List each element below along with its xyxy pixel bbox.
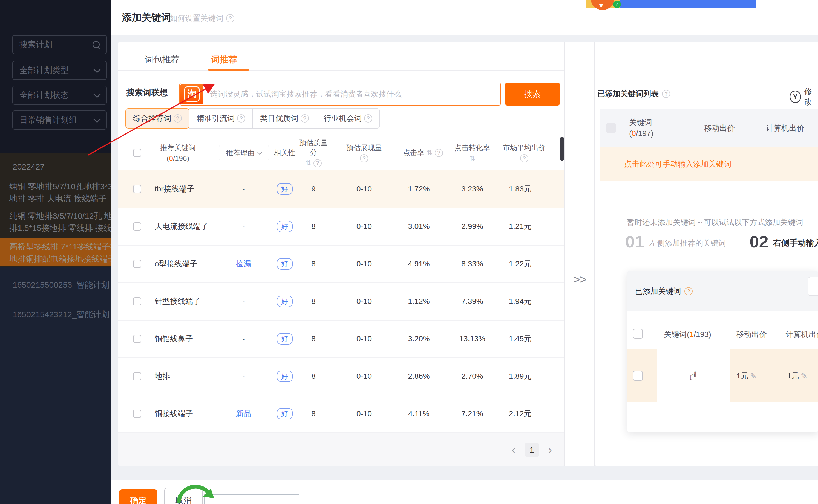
row-quality: 8 — [297, 208, 330, 245]
row-ctr: 4.11% — [400, 395, 438, 432]
sort-icon[interactable]: ⇅ — [305, 159, 311, 167]
row-reason[interactable]: - — [242, 297, 245, 306]
plan-item[interactable]: 纯铜 零地排5/7/10孔地排3*30排 — [9, 180, 111, 193]
tab-word-package[interactable]: 词包推荐 — [144, 54, 179, 66]
relevance-badge: 好 — [277, 183, 293, 195]
pencil-icon[interactable]: ✎ — [750, 371, 757, 381]
confirm-button[interactable]: 确定 — [119, 489, 157, 504]
question-icon[interactable]: ? — [226, 14, 234, 22]
tab-word-recommend[interactable]: 词推荐 — [211, 54, 237, 66]
select-all-checkbox[interactable] — [133, 149, 141, 157]
table-row[interactable]: tbr接线端子 - 好 9 0-10 1.72% 3.23% 1.83元 — [118, 170, 564, 208]
question-icon[interactable]: ? — [364, 114, 372, 123]
row-checkbox[interactable] — [133, 260, 141, 268]
plan-item[interactable]: 2022427 — [13, 161, 111, 173]
collapse-expander[interactable]: >> — [565, 273, 594, 286]
row-checkbox[interactable] — [133, 335, 141, 343]
row-checkbox[interactable] — [133, 185, 141, 193]
row-checkbox[interactable] — [133, 222, 141, 231]
row-checkbox[interactable] — [633, 371, 643, 381]
plan-item-selected[interactable]: 高桥型零线排 7*11零线端子排零 — [9, 241, 111, 253]
keyword-recommend-card: 词包推荐 词推荐 搜索词联想 淘 选词没灵感，试试淘宝搜索推荐，看看消费者喜欢搜… — [118, 42, 564, 466]
relevance-badge: 好 — [277, 221, 293, 232]
chip-comprehensive[interactable]: 综合推荐词 ? — [125, 108, 189, 129]
row-reason[interactable]: - — [242, 185, 245, 193]
row-impressions: 0-10 — [345, 395, 383, 432]
plan-item-line2[interactable]: 地排 零排 大电流 接线端子 — [9, 193, 111, 205]
prev-page-icon[interactable]: ‹ — [512, 444, 515, 455]
widget-blue-bar[interactable] — [620, 0, 756, 8]
keyword-cell[interactable]: ☝ — [657, 349, 730, 402]
table-row[interactable]: o型接线端子 捡漏 好 8 0-10 4.91% 8.33% 1.22元 — [118, 245, 564, 283]
row-reason[interactable]: - — [242, 334, 245, 343]
added-keyword-row[interactable]: ☝ 1元 ✎ 1元 ✎ — [627, 349, 818, 402]
select-all-checkbox[interactable] — [633, 329, 643, 339]
plan-item-line2[interactable]: 排1.5*15接地排 零线排 接线端子 — [9, 222, 111, 234]
question-icon[interactable]: ? — [662, 90, 670, 98]
cancel-button[interactable]: 取消 — [164, 488, 202, 504]
row-reason[interactable]: 新品 — [236, 409, 251, 419]
manual-add-link[interactable]: 点击此处可手动输入添加关键词 — [624, 159, 732, 169]
table-scrollbar[interactable] — [560, 137, 564, 161]
row-keyword: 针型接线端子 — [155, 282, 218, 320]
step-2-label: 右侧手动输入 — [773, 237, 818, 249]
question-icon[interactable]: ? — [520, 154, 528, 162]
mobile-bid-value[interactable]: 1元 ✎ — [736, 371, 757, 381]
row-keyword: 铜接线端子 — [155, 395, 218, 432]
table-row[interactable]: 大电流接线端子 - 好 8 0-10 3.01% 2.99% 1.21元 — [118, 208, 564, 246]
table-row[interactable]: 铜铝线鼻子 - 好 8 0-10 3.20% 13.13% 1.45元 — [118, 320, 564, 358]
col-reason-filter[interactable]: 推荐理由 — [219, 145, 269, 161]
search-button[interactable]: 搜索 — [505, 83, 560, 106]
col-keyword: 关键词(1/193) — [664, 329, 711, 340]
popup-action-button[interactable] — [808, 277, 818, 296]
pc-bid-value[interactable]: 1元 ✎ — [787, 371, 808, 381]
row-checkbox[interactable] — [133, 297, 141, 305]
question-icon[interactable]: ? — [435, 149, 443, 157]
plan-item[interactable]: 1650215500253_智能计划 — [13, 279, 111, 291]
relevance-badge: 好 — [277, 371, 293, 382]
keyword-search-input[interactable]: 淘 选词没灵感，试试淘宝搜索推荐，看看消费者喜欢搜什么 — [179, 83, 501, 106]
question-icon[interactable]: ? — [237, 114, 245, 123]
plan-item-selected-line2[interactable]: 地排铜排配电箱接地接线端子 — [9, 253, 111, 265]
check-badge-icon: ✓ — [613, 1, 621, 8]
plan-item[interactable]: 1650215423212_智能计划 — [13, 308, 111, 321]
sort-icon[interactable]: ⇅ — [469, 154, 475, 163]
row-ctr: 2.86% — [400, 357, 438, 395]
row-reason[interactable]: 捡漏 — [236, 259, 251, 269]
pencil-icon[interactable]: ✎ — [801, 371, 808, 381]
table-row[interactable]: 铜接线端子 新品 好 8 0-10 4.11% 7.21% 2.12元 — [118, 395, 564, 433]
table-row[interactable]: 地排 - 好 8 0-10 2.86% 2.70% 1.89元 — [118, 357, 564, 395]
chip-category-quality[interactable]: 类目优质词 ? — [253, 108, 317, 129]
plan-status-select[interactable]: 全部计划状态 — [12, 86, 107, 105]
question-icon[interactable]: ? — [314, 159, 322, 167]
dialog-help[interactable]: 如何设置关键词 ? — [170, 13, 234, 24]
page-number[interactable]: 1 — [525, 443, 539, 457]
floating-widget[interactable]: ♥ ✓ — [586, 0, 756, 8]
next-page-icon[interactable]: › — [548, 444, 552, 455]
row-price: 1.89元 — [501, 357, 539, 395]
step-1-label: 左侧添加推荐的关键词 — [650, 238, 726, 248]
chip-industry-opportunity[interactable]: 行业机会词 ? — [316, 108, 380, 129]
question-icon[interactable]: ? — [685, 287, 693, 295]
search-icon[interactable] — [92, 41, 100, 48]
row-reason[interactable]: - — [242, 372, 245, 381]
plan-type-select[interactable]: 全部计划类型 — [12, 61, 107, 80]
row-checkbox[interactable] — [133, 410, 141, 418]
row-checkbox[interactable] — [133, 372, 141, 380]
plan-group-select[interactable]: 日常销售计划组 — [12, 110, 107, 130]
manual-add-row[interactable]: 点击此处可手动输入添加关键词 — [599, 147, 818, 181]
table-row[interactable]: 针型接线端子 - 好 8 0-10 1.12% 7.39% 1.94元 — [118, 282, 564, 321]
question-icon[interactable]: ? — [173, 114, 182, 123]
plan-search-input[interactable]: 搜索计划 — [12, 35, 107, 54]
question-icon[interactable]: ? — [301, 114, 309, 123]
chip-precise-traffic[interactable]: 精准引流词 ? — [189, 108, 253, 129]
annotation-box — [204, 494, 300, 504]
relevance-badge: 好 — [277, 296, 293, 307]
plan-item[interactable]: 纯铜 零地排3/5/7/10/12孔 地线 — [9, 210, 111, 222]
question-icon[interactable]: ? — [360, 154, 368, 162]
sort-icon[interactable]: ⇅ — [427, 148, 433, 157]
dialog-help-text: 如何设置关键词 — [170, 13, 224, 24]
row-reason[interactable]: - — [242, 222, 245, 231]
modify-bid-button[interactable]: ¥ 修改 — [790, 86, 818, 107]
col-impressions: 预估展现量 ? — [345, 135, 383, 170]
